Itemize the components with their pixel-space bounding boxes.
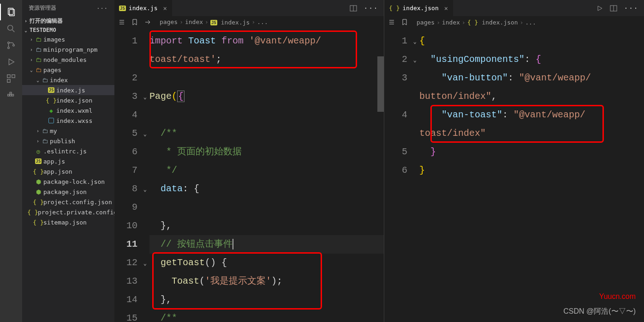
tree-label: miniprogram_npm	[43, 46, 97, 53]
file-item[interactable]: { }project.config.json	[22, 197, 114, 207]
tab-index-js[interactable]: JS index.js ×	[114, 0, 172, 16]
editor-group: JS index.js × ··· pagesindexJSindex.js..…	[114, 0, 644, 322]
file-item[interactable]: { }project.private.config.js...	[22, 207, 114, 217]
run-debug-icon[interactable]	[0, 54, 22, 70]
tree-label: index.wxml	[56, 107, 92, 114]
file-icon: ⬢	[34, 188, 42, 195]
file-item[interactable]: { }index.json	[22, 95, 114, 105]
fold-icon[interactable]: ⌄	[143, 94, 147, 101]
svg-point-5	[8, 47, 10, 49]
tab-index-json[interactable]: { } index.json ×	[384, 0, 453, 16]
list-icon[interactable]	[388, 18, 395, 26]
svg-rect-12	[10, 94, 12, 96]
project-section[interactable]: ⌄TESTDEMO	[22, 26, 114, 34]
tree-label: index.wxss	[56, 117, 92, 124]
editor-pane-right: { } index.json × ··· pagesindex{ }index.…	[384, 0, 644, 322]
docker-icon[interactable]	[0, 87, 22, 103]
tree-label: publish	[50, 138, 75, 145]
folder-icon: 🗀	[34, 46, 42, 53]
folder-icon: 🗀	[41, 138, 49, 145]
code-area-left[interactable]: 123⌄45⌄678⌄9101112⌄131415 import Toast f…	[114, 28, 384, 322]
split-editor-icon[interactable]	[610, 5, 617, 12]
file-item[interactable]: { }sitemap.json	[22, 217, 114, 227]
bookmark-icon[interactable]	[131, 18, 138, 26]
file-item[interactable]: ◆index.wxml	[22, 105, 114, 115]
folder-item[interactable]: ›🗀images	[22, 34, 114, 44]
tree-label: my	[50, 128, 57, 134]
folder-icon: 🗀	[34, 56, 42, 63]
tree-label: package-lock.json	[43, 178, 105, 185]
folder-item[interactable]: ›🗀publish	[22, 136, 114, 146]
folder-item[interactable]: ›🗀miniprogram_npm	[22, 44, 114, 55]
json-icon: { }	[47, 97, 55, 104]
svg-rect-11	[8, 94, 10, 96]
editor-pane-left: JS index.js × ··· pagesindexJSindex.js..…	[114, 0, 384, 322]
sidebar-title: 资源管理器	[29, 4, 56, 12]
file-item[interactable]: JSapp.js	[22, 156, 114, 166]
file-item[interactable]: { }app.json	[22, 166, 114, 176]
tab-actions-left: ···	[344, 0, 384, 16]
tree-label: project.private.config.js...	[38, 209, 114, 216]
tree-label: pages	[43, 67, 61, 73]
file-item[interactable]: index.wxss	[22, 115, 114, 126]
more-icon[interactable]: ···	[364, 4, 378, 12]
svg-point-4	[8, 42, 10, 44]
file-item[interactable]: ◎.eslintrc.js	[22, 146, 114, 156]
file-tree: ›🗀images›🗀miniprogram_npm›🗀node_modules⌄…	[22, 34, 114, 322]
sidebar-header: 资源管理器 ···	[22, 0, 114, 16]
svg-point-2	[8, 25, 13, 30]
file-item[interactable]: ⬢package-lock.json	[22, 176, 114, 187]
folder-item[interactable]: ⌄🗀pages	[22, 65, 114, 75]
tree-label: images	[43, 36, 65, 43]
folder-item[interactable]: ⌄🗀index	[22, 75, 114, 85]
extensions-icon[interactable]	[0, 70, 22, 87]
bookmark-icon[interactable]	[401, 18, 408, 26]
file-icon: ◎	[34, 148, 42, 155]
source-control-icon[interactable]	[0, 37, 22, 54]
svg-marker-7	[9, 59, 14, 65]
sidebar-more-icon[interactable]: ···	[96, 5, 108, 12]
tree-label: project.config.json	[43, 199, 112, 206]
file-icon: ⬢	[34, 178, 42, 185]
fold-icon[interactable]: ⌄	[143, 260, 147, 267]
fold-icon[interactable]: ⌄	[143, 131, 147, 138]
json-icon: { }	[34, 199, 42, 206]
more-icon[interactable]: ···	[624, 4, 638, 12]
close-icon[interactable]: ×	[444, 5, 448, 12]
code-area-right[interactable]: 1⌄2⌄3456 { "usingComponents": { "van-but…	[384, 28, 644, 322]
svg-marker-20	[598, 6, 602, 11]
folder-icon: 🗀	[41, 128, 49, 134]
tree-label: index.js	[56, 87, 85, 94]
file-item[interactable]: ⬢package.json	[22, 187, 114, 197]
json-icon: { }	[34, 219, 42, 226]
list-icon[interactable]	[118, 18, 125, 26]
folder-item[interactable]: ›🗀node_modules	[22, 55, 114, 65]
fold-icon[interactable]: ⌄	[143, 186, 147, 193]
tree-label: .eslintrc.js	[43, 148, 87, 155]
folder-icon: 🗀	[34, 36, 42, 43]
breadcrumb-left[interactable]: pagesindexJSindex.js...	[114, 16, 384, 28]
fold-icon[interactable]: ⌄	[413, 38, 417, 45]
explorer-sidebar: 资源管理器 ··· ›打开的编辑器 ⌄TESTDEMO ›🗀images›🗀mi…	[22, 0, 114, 322]
folder-icon: 🗀	[34, 67, 42, 73]
json-icon: { }	[29, 209, 37, 216]
tab-actions-right: ···	[590, 0, 644, 16]
tab-bar-right: { } index.json × ···	[384, 0, 644, 16]
arrow-right-icon[interactable]	[144, 18, 151, 26]
svg-rect-8	[7, 75, 10, 78]
explorer-icon[interactable]	[0, 4, 22, 20]
close-icon[interactable]: ×	[163, 5, 167, 12]
open-editors-section[interactable]: ›打开的编辑器	[22, 16, 114, 26]
file-item[interactable]: JSindex.js	[22, 85, 114, 95]
svg-rect-10	[7, 79, 10, 82]
search-icon[interactable]	[0, 20, 22, 37]
scrollbar-vertical[interactable]	[377, 56, 384, 112]
tab-bar-left: JS index.js × ···	[114, 0, 384, 16]
fold-icon[interactable]: ⌄	[413, 57, 417, 64]
tree-label: package.json	[43, 188, 87, 195]
play-icon[interactable]	[596, 5, 603, 12]
tree-label: index.json	[56, 97, 92, 104]
breadcrumb-right[interactable]: pagesindex{ }index.json...	[384, 16, 644, 28]
folder-item[interactable]: ›🗀my	[22, 126, 114, 136]
split-editor-icon[interactable]	[350, 5, 357, 12]
